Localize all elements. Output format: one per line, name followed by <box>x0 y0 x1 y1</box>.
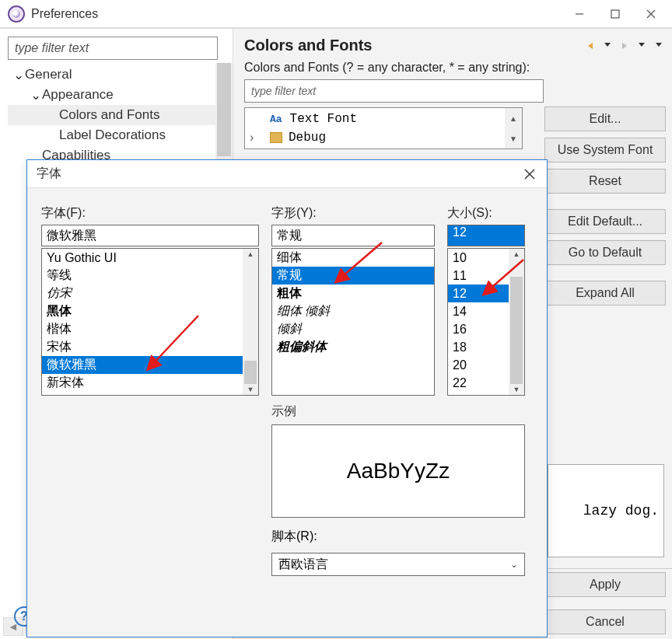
nav-forward-button[interactable] <box>618 40 632 52</box>
dialog-close-button[interactable] <box>522 166 537 182</box>
expand-all-button[interactable]: Expand All <box>544 281 666 306</box>
font-style-input[interactable] <box>271 225 435 246</box>
font-icon: Aa <box>270 113 282 125</box>
font-tree[interactable]: AaText Font ›Debug ▲▼ <box>244 107 523 149</box>
tree-label: Appearance <box>42 87 114 103</box>
font-tree-scrollbar[interactable]: ▲▼ <box>505 108 522 148</box>
dialog-title: 字体 <box>37 166 61 182</box>
font-style-list[interactable]: 细体常规粗体细体 倾斜倾斜粗偏斜体 <box>271 248 435 396</box>
chevron-down-icon: ⌄ <box>30 87 42 103</box>
cancel-button[interactable]: Cancel <box>544 609 666 634</box>
apply-button[interactable]: Apply <box>544 572 666 597</box>
close-button[interactable] <box>633 2 669 26</box>
window-title: Preferences <box>31 7 98 21</box>
tree-label: Colors and Fonts <box>59 107 159 123</box>
tree-item-appearance[interactable]: ⌄Appearance <box>8 85 233 105</box>
list-item[interactable]: 楷体 <box>42 320 258 338</box>
expand-icon[interactable]: › <box>250 131 254 145</box>
go-to-default-button[interactable]: Go to Default <box>544 240 666 265</box>
list-item[interactable]: 微软雅黑 <box>42 356 258 374</box>
nav-back-button[interactable] <box>583 40 597 52</box>
tree-item-colors-fonts[interactable]: Colors and Fonts <box>8 105 233 125</box>
page-title: Colors and Fonts <box>244 37 372 54</box>
list-item[interactable]: 细体 <box>272 249 434 267</box>
list-item[interactable]: 常规 <box>272 267 434 285</box>
font-tree-item[interactable]: Text Font <box>290 112 357 126</box>
list-item[interactable]: 细体 倾斜 <box>272 302 434 320</box>
list-item[interactable]: 仿宋 <box>42 285 258 302</box>
sample-label: 示例 <box>271 403 525 420</box>
font-family-list[interactable]: Yu Gothic UI等线仿宋黑体楷体宋体微软雅黑新宋体▲▼ <box>41 248 259 396</box>
font-list-scrollbar[interactable]: ▲▼ <box>243 249 258 395</box>
tree-item-general[interactable]: ⌄General <box>8 65 233 85</box>
reset-button[interactable]: Reset <box>544 169 666 194</box>
size-list-scrollbar[interactable]: ▲▼ <box>509 249 524 395</box>
list-item[interactable]: Yu Gothic UI <box>42 249 258 267</box>
scroll-down-icon[interactable]: ▼ <box>243 384 258 395</box>
list-item[interactable]: 粗偏斜体 <box>272 338 434 356</box>
scroll-up-icon[interactable]: ▲ <box>505 108 522 128</box>
list-item[interactable]: 新宋体 <box>42 374 258 392</box>
font-style-label: 字形(Y): <box>271 205 435 222</box>
folder-icon <box>270 132 282 143</box>
scroll-up-icon[interactable]: ▲ <box>509 249 524 260</box>
colors-fonts-filter-input[interactable]: type filter text <box>244 79 544 103</box>
script-value: 西欧语言 <box>278 557 328 573</box>
use-system-font-button[interactable]: Use System Font <box>544 138 666 162</box>
font-tree-item[interactable]: Debug <box>289 131 326 145</box>
script-select[interactable]: 西欧语言 ⌄ <box>271 553 525 576</box>
list-item[interactable]: 宋体 <box>42 338 258 356</box>
font-size-list[interactable]: 1011121416182022▲▼ <box>447 248 525 396</box>
scroll-up-icon[interactable]: ▲ <box>243 249 258 260</box>
app-icon <box>8 5 25 23</box>
maximize-button[interactable] <box>597 2 633 26</box>
scroll-down-icon[interactable]: ▼ <box>505 128 522 148</box>
dropdown-icon[interactable] <box>635 40 649 52</box>
list-item[interactable]: 黑体 <box>42 302 258 320</box>
tree-label: General <box>25 67 72 82</box>
chevron-down-icon: ⌄ <box>12 67 25 83</box>
list-item[interactable]: 等线 <box>42 267 258 285</box>
font-size-input[interactable]: 12 <box>447 225 525 246</box>
edit-button[interactable]: Edit... <box>544 106 666 131</box>
list-item[interactable]: 倾斜 <box>272 320 434 338</box>
sample-preview: AaBbYyZz <box>271 424 525 518</box>
script-label: 脚本(R): <box>271 529 525 545</box>
font-preview: lazy dog. <box>548 464 664 557</box>
tree-filter-input[interactable]: type filter text <box>8 37 218 60</box>
scroll-down-icon[interactable]: ▼ <box>509 384 524 395</box>
tree-item-label-decorations[interactable]: Label Decorations <box>8 125 233 145</box>
list-item[interactable]: 粗体 <box>272 285 434 302</box>
chevron-down-icon: ⌄ <box>510 559 518 570</box>
filter-hint: Colors and Fonts (? = any character, * =… <box>244 61 666 75</box>
font-family-label: 字体(F): <box>41 205 259 222</box>
font-size-label: 大小(S): <box>447 205 525 222</box>
dropdown-icon[interactable] <box>600 40 614 52</box>
font-family-input[interactable] <box>41 225 259 246</box>
view-menu-button[interactable] <box>652 40 666 52</box>
font-chooser-dialog: 字体 字体(F): Yu Gothic UI等线仿宋黑体楷体宋体微软雅黑新宋体▲… <box>26 159 548 637</box>
edit-default-button[interactable]: Edit Default... <box>544 209 666 234</box>
tree-label: Label Decorations <box>59 127 166 143</box>
minimize-button[interactable] <box>562 2 597 26</box>
svg-rect-1 <box>611 10 619 18</box>
